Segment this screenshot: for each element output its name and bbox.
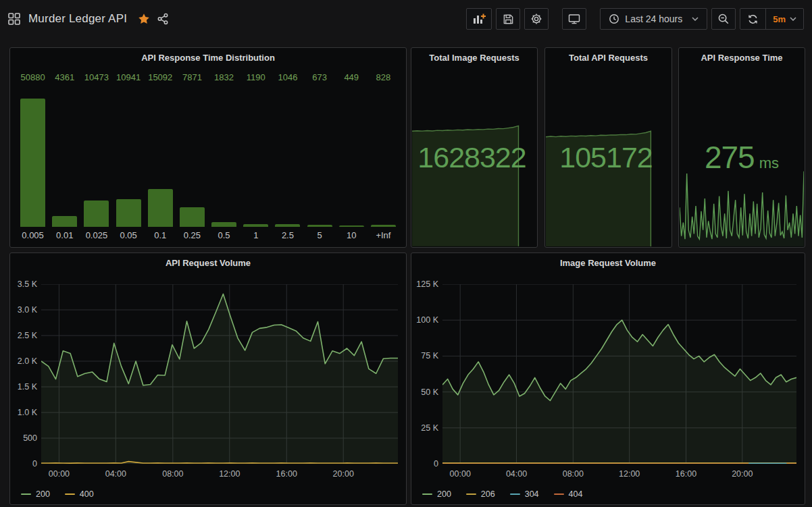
histogram-bar[interactable] bbox=[148, 189, 173, 227]
bar-value-label: 1832 bbox=[208, 68, 240, 87]
time-range-picker[interactable]: Last 24 hours bbox=[600, 8, 707, 30]
plot-area[interactable] bbox=[41, 284, 398, 464]
x-tick-label: 20:00 bbox=[732, 469, 753, 479]
zoom-out-icon bbox=[717, 13, 730, 25]
dashboard-header: Murder Ledger API bbox=[0, 0, 812, 38]
time-range-label: Last 24 hours bbox=[625, 14, 682, 24]
legend-label: 404 bbox=[569, 489, 583, 499]
star-icon[interactable] bbox=[138, 13, 150, 25]
panel-api-response-time: API Response Time 275ms bbox=[678, 47, 805, 248]
legend-label: 304 bbox=[525, 489, 539, 499]
refresh-button[interactable] bbox=[740, 9, 765, 29]
y-tick-label: 125 K bbox=[416, 279, 438, 289]
y-tick-label: 0 bbox=[32, 459, 37, 469]
bar-value-label: 10941 bbox=[113, 68, 145, 87]
histogram-bar[interactable] bbox=[180, 207, 205, 227]
save-icon bbox=[503, 14, 514, 25]
time-series-chart[interactable]: 025 K50 K75 K100 K125 K00:0004:0008:0012… bbox=[411, 273, 805, 504]
tv-mode-icon bbox=[568, 13, 580, 25]
x-tick-label: 1 bbox=[240, 227, 272, 246]
y-tick-label: 2.0 K bbox=[18, 356, 37, 366]
panel-total-image-requests: Total Image Requests 1628322 bbox=[411, 47, 538, 248]
legend-dash bbox=[65, 493, 75, 495]
cycle-view-mode-button[interactable] bbox=[562, 8, 586, 30]
histogram-column: 78710.25 bbox=[176, 68, 208, 246]
bar-value-label: 7871 bbox=[176, 68, 208, 87]
histogram-bar[interactable] bbox=[116, 199, 141, 227]
histogram-column: 18320.5 bbox=[208, 68, 240, 246]
x-tick-label: 16:00 bbox=[676, 469, 696, 479]
histogram-bar[interactable] bbox=[211, 222, 236, 227]
y-tick-label: 1.0 K bbox=[18, 408, 37, 417]
histogram-column: 150920.1 bbox=[145, 68, 176, 246]
time-series-chart[interactable]: 05001.0 K1.5 K2.0 K2.5 K3.0 K3.5 K00:000… bbox=[10, 273, 406, 504]
save-dashboard-button[interactable] bbox=[496, 8, 520, 30]
panel-api-response-time-distribution: API Response Time Distribution 508800.00… bbox=[9, 47, 407, 248]
refresh-interval-picker[interactable]: 5m bbox=[765, 9, 803, 29]
dashboard-settings-button[interactable] bbox=[524, 8, 549, 30]
refresh-control: 5m bbox=[740, 8, 804, 30]
histogram-column: 44910 bbox=[336, 68, 367, 246]
legend-dash bbox=[21, 493, 31, 495]
grafana-dashboard: Murder Ledger API bbox=[0, 0, 812, 507]
x-tick-label: 08:00 bbox=[162, 469, 183, 479]
chevron-down-icon bbox=[790, 17, 796, 21]
share-icon[interactable] bbox=[157, 13, 169, 25]
histogram-column: 508800.005 bbox=[17, 68, 49, 246]
sparkline bbox=[680, 169, 804, 246]
x-tick-label: 2.5 bbox=[272, 227, 303, 246]
y-tick-label: 1.5 K bbox=[18, 382, 37, 392]
singlestat-body: 105172 bbox=[546, 48, 671, 246]
bar-value-label: 50880 bbox=[17, 68, 49, 87]
panel-title[interactable]: API Response Time Distribution bbox=[10, 48, 406, 68]
stat-value: 1628322 bbox=[412, 140, 536, 174]
clock-icon bbox=[609, 14, 619, 24]
legend-item-400[interactable]: 400 bbox=[65, 489, 94, 499]
singlestat-body: 275ms bbox=[680, 48, 804, 246]
panel-title[interactable]: Image Request Volume bbox=[411, 253, 805, 273]
bar-value-label: 828 bbox=[367, 68, 399, 87]
histogram-chart[interactable]: 508800.00543610.01104730.025109410.05150… bbox=[10, 68, 406, 247]
legend-dash bbox=[422, 493, 432, 495]
x-tick-label: 5 bbox=[304, 227, 336, 246]
x-tick-label: 12:00 bbox=[619, 469, 640, 479]
y-tick-label: 100 K bbox=[416, 315, 438, 325]
legend-item-304[interactable]: 304 bbox=[510, 489, 539, 499]
legend-item-200[interactable]: 200 bbox=[422, 489, 451, 499]
y-tick-label: 75 K bbox=[421, 351, 438, 361]
x-tick-label: 04:00 bbox=[506, 469, 527, 479]
x-tick-label: 12:00 bbox=[219, 469, 240, 479]
histogram-bar[interactable] bbox=[84, 201, 109, 227]
x-tick-label: 0.25 bbox=[176, 227, 208, 246]
histogram-bar[interactable] bbox=[20, 99, 45, 227]
panel-total-api-requests: Total API Requests 105172 bbox=[544, 47, 672, 248]
legend-item-206[interactable]: 206 bbox=[466, 489, 495, 499]
y-axis: 05001.0 K1.5 K2.0 K2.5 K3.0 K3.5 K bbox=[10, 284, 37, 464]
legend-item-404[interactable]: 404 bbox=[554, 489, 583, 499]
x-tick-label: 0.05 bbox=[113, 227, 145, 246]
bar-value-label: 10473 bbox=[80, 68, 112, 87]
x-axis: 00:0004:0008:0012:0016:0020:00 bbox=[442, 468, 796, 481]
legend-item-200[interactable]: 200 bbox=[21, 489, 50, 499]
add-panel-icon bbox=[472, 13, 486, 25]
x-tick-label: 0.1 bbox=[145, 227, 176, 246]
bar-value-label: 4361 bbox=[49, 68, 80, 87]
histogram-bar[interactable] bbox=[52, 216, 77, 227]
legend-label: 400 bbox=[80, 489, 94, 499]
x-tick-label: 0.5 bbox=[208, 227, 240, 246]
panel-title[interactable]: API Request Volume bbox=[10, 253, 406, 273]
plot-area[interactable] bbox=[442, 284, 796, 464]
panel-api-request-volume: API Request Volume 05001.0 K1.5 K2.0 K2.… bbox=[9, 252, 407, 505]
refresh-interval-label: 5m bbox=[773, 14, 786, 24]
histogram-column: 43610.01 bbox=[49, 68, 80, 246]
bar-value-label: 449 bbox=[336, 68, 367, 87]
add-panel-button[interactable] bbox=[466, 8, 492, 30]
y-tick-label: 0 bbox=[434, 459, 438, 469]
histogram-column: 109410.05 bbox=[113, 68, 145, 246]
x-tick-label: 04:00 bbox=[105, 469, 126, 479]
stat-value: 105172 bbox=[546, 140, 671, 174]
y-tick-label: 3.5 K bbox=[18, 279, 37, 289]
zoom-out-button[interactable] bbox=[711, 8, 736, 30]
dashboard-grid-icon[interactable] bbox=[8, 13, 20, 25]
bar-value-label: 1046 bbox=[272, 68, 303, 87]
